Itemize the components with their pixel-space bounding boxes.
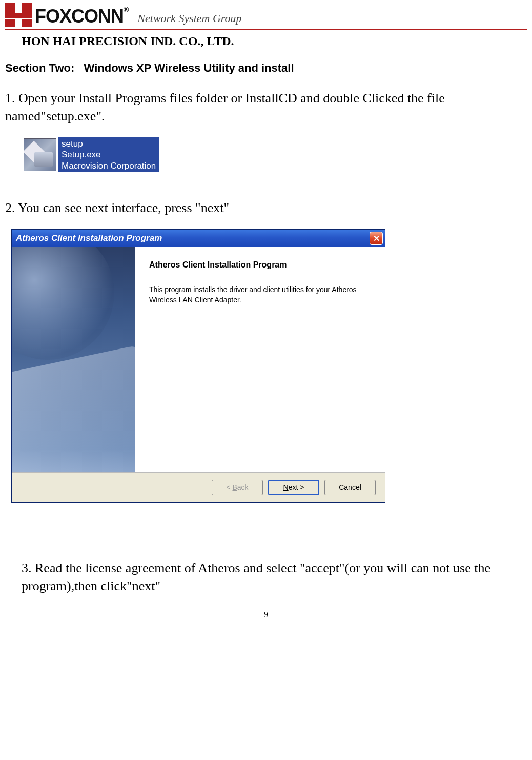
page-header: FOXCONN® Network System Group [5,3,527,27]
dialog-side-graphic [12,247,135,472]
setup-file-name: setup [62,138,156,149]
dialog-content: Atheros Client Installation Program This… [135,247,385,472]
setup-file-vendor: Macrovision Corporation [62,160,156,171]
header-divider [5,29,527,30]
step-1: 1. Open your Install Programs files fold… [5,89,527,125]
foxconn-logo: FOXCONN® [5,3,128,27]
setup-file-item[interactable]: setup Setup.exe Macrovision Corporation [24,137,527,172]
dialog-heading: Atheros Client Installation Program [149,260,371,270]
next-button[interactable]: Next > [268,480,319,495]
brand-text: FOXCONN® [35,6,128,27]
back-button: < Back [212,480,263,495]
page-number: 9 [5,610,527,619]
setup-file-labels: setup Setup.exe Macrovision Corporation [58,137,159,172]
dialog-titlebar[interactable]: Atheros Client Installation Program ✕ [12,230,385,247]
cancel-button[interactable]: Cancel [324,480,376,495]
brand-subtitle: Network System Group [137,12,241,25]
setup-file-exe: Setup.exe [62,149,156,160]
installer-dialog: Atheros Client Installation Program ✕ At… [11,229,385,503]
dialog-body: Atheros Client Installation Program This… [12,247,385,473]
company-name: HON HAI PRECISION IND. CO., LTD. [22,34,527,48]
step-2: 2. You can see next interface, press "ne… [5,199,527,217]
dialog-title: Atheros Client Installation Program [16,233,162,243]
section-title: Section Two: Windows XP Wireless Utility… [5,61,527,75]
close-icon: ✕ [373,234,380,243]
close-button[interactable]: ✕ [370,232,383,245]
dialog-button-row: < Back Next > Cancel [12,473,385,502]
foxconn-h-icon [5,3,32,27]
dialog-description: This program installs the driver and cli… [149,285,371,305]
installer-icon [24,138,56,171]
step-3: 3. Read the license agreement of Atheros… [22,559,527,595]
